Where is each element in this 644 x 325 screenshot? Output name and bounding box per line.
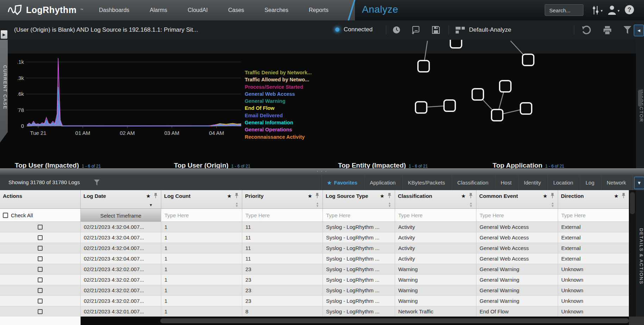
events-over-time-chart[interactable]: 07781.6k2.3k3.1kTue 2101 AM02 AM03 AM04 … <box>18 49 245 137</box>
sort-toggle-icon[interactable]: ▲▼ <box>388 202 391 207</box>
search-filter-summary[interactable]: (User (Origin) is Blank) AND Log Source … <box>14 26 198 33</box>
logrhythm-logo[interactable]: LogRhythm™ <box>8 4 83 16</box>
legend-item[interactable]: Reconnaissance Activity <box>245 133 312 140</box>
column-header[interactable]: Log Count ★ ▼ ▲▼ <box>161 190 242 208</box>
grid-vertical-scrollbar-thumb[interactable] <box>630 192 635 214</box>
widget-pager[interactable]: 1 - 6 of 21 <box>545 164 564 169</box>
undo-icon[interactable] <box>582 26 591 35</box>
layout-icon[interactable] <box>456 27 465 33</box>
grid-view-tab[interactable]: ★Favorites <box>321 175 363 190</box>
expand-details-button[interactable]: ▼ <box>634 177 644 189</box>
column-favorite-star-icon[interactable]: ★ <box>614 193 619 199</box>
column-favorite-star-icon[interactable]: ★ <box>308 193 312 199</box>
graph-node[interactable] <box>520 103 532 114</box>
sort-toggle-icon[interactable]: ▲▼ <box>551 202 554 207</box>
check-all-checkbox[interactable] <box>3 213 8 218</box>
inspector-scrollbar-thumb[interactable] <box>638 90 642 107</box>
nav-menu-item[interactable]: CloudAI <box>177 7 218 13</box>
log-row[interactable]: 02/21/2023 4:32:02.007... 1 23 Syslog - … <box>0 296 629 306</box>
graph-node[interactable] <box>444 100 455 111</box>
grid-view-tab[interactable]: ★Classification <box>451 175 494 190</box>
print-icon[interactable] <box>603 26 612 35</box>
layout-name[interactable]: Default-Analyze <box>469 26 511 33</box>
sort-toggle-icon[interactable]: ▲▼ <box>469 202 473 207</box>
legend-item[interactable]: Traffic Allowed by Netwo... <box>245 76 312 83</box>
legend-item[interactable]: Process/Service Started <box>245 83 312 90</box>
legend-item[interactable]: Email Delivered <box>245 112 312 119</box>
row-checkbox[interactable] <box>38 299 43 304</box>
panel-splitter[interactable]: · · · <box>0 168 644 175</box>
column-favorite-star-icon[interactable]: ★ <box>146 193 151 199</box>
filter-cell-common-event[interactable]: Type Here <box>476 209 558 221</box>
search-input[interactable]: Search... <box>545 4 583 16</box>
grid-view-tab[interactable]: ★Log <box>579 175 600 190</box>
column-favorite-star-icon[interactable]: ★ <box>227 193 232 199</box>
column-header[interactable]: Common Event ★ ▼ ▲▼ <box>476 190 558 208</box>
expand-current-case-icon[interactable]: ▶ <box>1 30 7 39</box>
row-checkbox[interactable] <box>38 267 43 272</box>
row-checkbox[interactable] <box>38 246 43 251</box>
filter-cell-log-count[interactable]: Type Here <box>161 209 242 221</box>
widget-pager[interactable]: 1 - 6 of 21 <box>409 164 428 169</box>
row-checkbox[interactable] <box>38 256 43 261</box>
filter-cell-classification[interactable]: Type Here <box>395 209 476 221</box>
column-header[interactable]: Priority ★ ▼ ▲▼ <box>242 190 323 208</box>
column-favorite-star-icon[interactable]: ★ <box>380 193 384 199</box>
filter-cell-priority[interactable]: Type Here <box>242 209 323 221</box>
column-header[interactable]: Log Date ★ ▼ ▲▼ <box>81 190 161 208</box>
user-caret-icon[interactable]: ▾ <box>618 8 620 13</box>
column-pin-icon[interactable] <box>154 193 158 199</box>
help-icon[interactable]: ? <box>624 5 634 15</box>
filter-cell-log-source-type[interactable]: Type Here <box>323 209 395 221</box>
current-case-tab[interactable]: CURRENT CASE <box>0 40 8 132</box>
graph-node[interactable] <box>500 81 511 92</box>
filter-cell-direction[interactable]: Type Here <box>558 209 629 221</box>
row-checkbox[interactable] <box>38 225 43 230</box>
widget-pager[interactable]: 1 - 6 of 21 <box>82 164 101 169</box>
add-widget-icon[interactable] <box>411 26 420 34</box>
widget-pager[interactable]: 1 - 6 of 21 <box>231 164 250 169</box>
save-layout-icon[interactable] <box>432 26 440 34</box>
column-pin-icon[interactable] <box>315 193 319 199</box>
log-row[interactable]: 02/21/2023 4:32:04.007... 1 11 Syslog - … <box>0 254 629 264</box>
column-pin-icon[interactable] <box>387 193 392 199</box>
grid-view-tab[interactable]: ★KBytes/Packets <box>402 175 451 190</box>
column-pin-icon[interactable] <box>235 193 239 199</box>
legend-item[interactable]: General Operations <box>245 126 312 133</box>
graph-node[interactable] <box>492 110 503 121</box>
grid-view-tab[interactable]: ★Location <box>547 175 579 190</box>
graph-node[interactable] <box>450 40 462 48</box>
grid-horizontal-scrollbar-thumb[interactable] <box>160 318 629 323</box>
grid-view-tab[interactable]: ★Identity <box>518 175 547 190</box>
log-row[interactable]: 02/21/2023 4:32:02.007... 1 23 Syslog - … <box>0 275 629 285</box>
select-timeframe-button[interactable]: Select Timeframe <box>81 209 161 221</box>
log-row[interactable]: 02/21/2023 4:32:04.007... 1 11 Syslog - … <box>0 232 629 243</box>
network-topology-graph[interactable] <box>401 40 644 168</box>
sort-toggle-icon[interactable]: ▲▼ <box>316 202 319 207</box>
log-row[interactable]: 02/21/2023 4:32:02.007... 1 23 Syslog - … <box>0 264 629 275</box>
sort-descending-icon[interactable]: ▼ <box>149 203 153 207</box>
nav-menu-item[interactable]: Searches <box>254 7 299 13</box>
nav-menu-item[interactable]: Cases <box>218 7 254 13</box>
tab-analyze[interactable]: Analyze <box>362 4 398 15</box>
time-range-clock-icon[interactable] <box>392 26 401 34</box>
column-header[interactable]: Actions ★ ▼ ▲▼ <box>0 190 81 208</box>
row-checkbox[interactable] <box>38 309 43 314</box>
filter-icon[interactable] <box>623 26 632 35</box>
preferences-sliders-icon[interactable] <box>592 6 599 15</box>
user-icon[interactable] <box>607 5 617 15</box>
row-checkbox[interactable] <box>38 288 43 293</box>
legend-item[interactable]: End Of Flow <box>245 105 312 112</box>
row-checkbox[interactable] <box>38 277 43 282</box>
graph-node[interactable] <box>418 61 429 72</box>
grid-view-tab[interactable]: ★Network <box>600 175 632 190</box>
column-pin-icon[interactable] <box>550 193 555 199</box>
nav-menu-item[interactable]: Alarms <box>139 7 177 13</box>
column-favorite-star-icon[interactable]: ★ <box>461 193 466 199</box>
column-pin-icon[interactable] <box>469 193 473 199</box>
log-row[interactable]: 02/21/2023 4:32:04.007... 1 11 Syslog - … <box>0 222 629 232</box>
nav-menu-item[interactable]: Reports <box>299 7 339 13</box>
grid-view-tab[interactable]: ★Host <box>494 175 518 190</box>
legend-item[interactable]: General Information <box>245 119 312 126</box>
grid-view-tab[interactable]: ★Application <box>363 175 401 190</box>
